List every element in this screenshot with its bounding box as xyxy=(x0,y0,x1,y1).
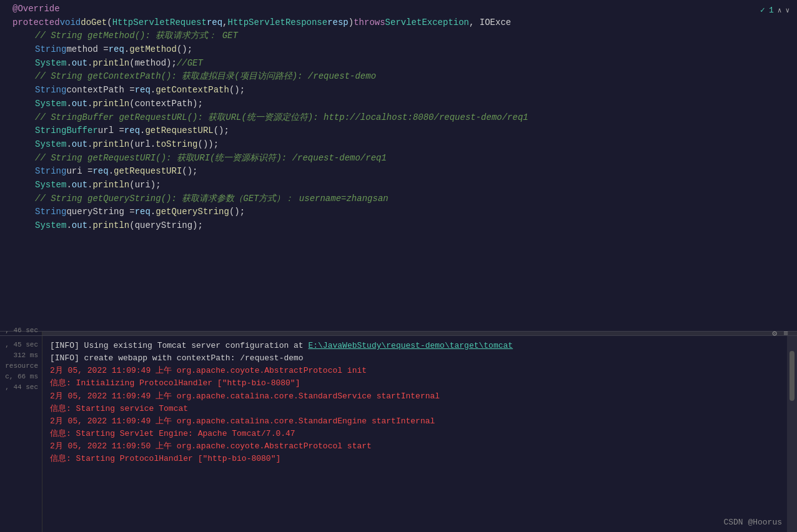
arrow-up-icon[interactable]: ∧ xyxy=(778,6,782,14)
code-editor: ✓ 1 ∧ ∨ @Override protected void doGet (… xyxy=(0,0,797,331)
type-httpservletrequest: HttpServletRequest xyxy=(112,16,207,30)
code-line-comment-cp: // String getContextPath(): 获取虚拟目录(项目访问路… xyxy=(0,70,797,84)
kw-void: void xyxy=(60,16,81,30)
exception-servlet: ServletException xyxy=(385,16,469,30)
stat-46sec: , 46 sec xyxy=(0,327,42,334)
code-line-println-method: System . out . println (method); //GET xyxy=(0,57,797,71)
code-line-comment-qs: // String getQueryString(): 获取请求参数（GET方式… xyxy=(0,192,797,206)
console-line-7: 2月 05, 2022 11:09:49 上午 org.apache.catal… xyxy=(50,415,780,428)
error-count: 1 xyxy=(769,6,774,15)
console-line-3: 2月 05, 2022 11:09:49 上午 org.apache.coyot… xyxy=(50,365,780,377)
code-line-println-cp: System . out . println (contextPath); xyxy=(0,97,797,111)
console-panel: , 45 sec 312 ms resource c, 66 ms , 44 s… xyxy=(0,336,797,532)
check-icon: ✓ xyxy=(760,5,765,15)
code-line-getcontextpath: String contextPath = req . getContextPat… xyxy=(0,84,797,97)
panel-divider: , 46 sec ⚙ ≡ xyxy=(0,331,797,336)
code-line-comment-url: // StringBuffer getRequestURL(): 获取URL(统… xyxy=(0,111,797,125)
stat-312ms: 312 ms xyxy=(0,350,38,361)
kw-throws: throws xyxy=(354,16,385,30)
console-output: [INFO] Using existing Tomcat server conf… xyxy=(42,336,787,532)
console-stats-panel: , 45 sec 312 ms resource c, 66 ms , 44 s… xyxy=(0,336,42,532)
console-line-1: [INFO] Using existing Tomcat server conf… xyxy=(50,340,780,352)
console-line-10: 信息: Starting ProtocolHandler ["http-bio-… xyxy=(50,453,780,465)
code-line-getrequesturl: StringBuffer url = req . getRequestURL (… xyxy=(0,124,797,138)
code-line-println-url: System . out . println (url. toString ()… xyxy=(0,138,797,152)
error-indicator: ✓ 1 ∧ ∨ xyxy=(760,5,790,15)
code-line-getmethod: String method = req . getMethod (); xyxy=(0,43,797,57)
param-req: req xyxy=(207,16,222,30)
code-line-println-qs: System . out . println (queryString); xyxy=(0,219,797,233)
method-doget: doGet xyxy=(81,16,107,30)
console-line-2: [INFO] create webapp with contextPath: /… xyxy=(50,352,780,365)
stat-resource: resource xyxy=(0,361,38,372)
annotation-override: @Override xyxy=(12,2,60,16)
console-line-6: 信息: Starting service Tomcat xyxy=(50,403,780,415)
console-line-9: 2月 05, 2022 11:09:50 上午 org.apache.coyot… xyxy=(50,440,780,453)
code-line-comment-uri: // String getRequestURI(): 获取URI(统一资源标识符… xyxy=(0,152,797,165)
console-line-5: 2月 05, 2022 11:09:49 上午 org.apache.catal… xyxy=(50,390,780,403)
code-line-comment-getmethod: // String getMethod(): 获取请求方式： GET xyxy=(0,29,797,43)
type-httpservletresponse: HttpServletResponse xyxy=(228,16,328,30)
code-line-getquerystring: String queryString = req . getQueryStrin… xyxy=(0,205,797,219)
code-line-override: @Override xyxy=(0,2,797,16)
tomcat-path-link[interactable]: E:\JavaWebStudy\request-demo\target\tomc… xyxy=(308,341,513,350)
console-line-8: 信息: Starting Servlet Engine: Apache Tomc… xyxy=(50,428,780,440)
code-line-getrequesturi: String uri = req . getRequestURI (); xyxy=(0,165,797,179)
console-scrollbar[interactable] xyxy=(787,336,797,532)
stat-66ms: c, 66 ms xyxy=(0,372,38,382)
param-resp: resp xyxy=(327,16,349,30)
stat-45sec: , 45 sec xyxy=(0,340,38,350)
arrow-down-icon[interactable]: ∨ xyxy=(785,6,790,14)
console-line-4: 信息: Initializing ProtocolHandler ["http-… xyxy=(50,377,780,390)
scrollbar-thumb[interactable] xyxy=(790,351,795,401)
stat-44sec: , 44 sec xyxy=(0,382,38,393)
kw-protected: protected xyxy=(12,16,60,30)
code-line-doget: protected void doGet ( HttpServletReques… xyxy=(0,16,797,30)
branding-text: CSDN @Hoorus xyxy=(723,518,782,527)
code-line-println-uri: System . out . println (uri); xyxy=(0,179,797,192)
